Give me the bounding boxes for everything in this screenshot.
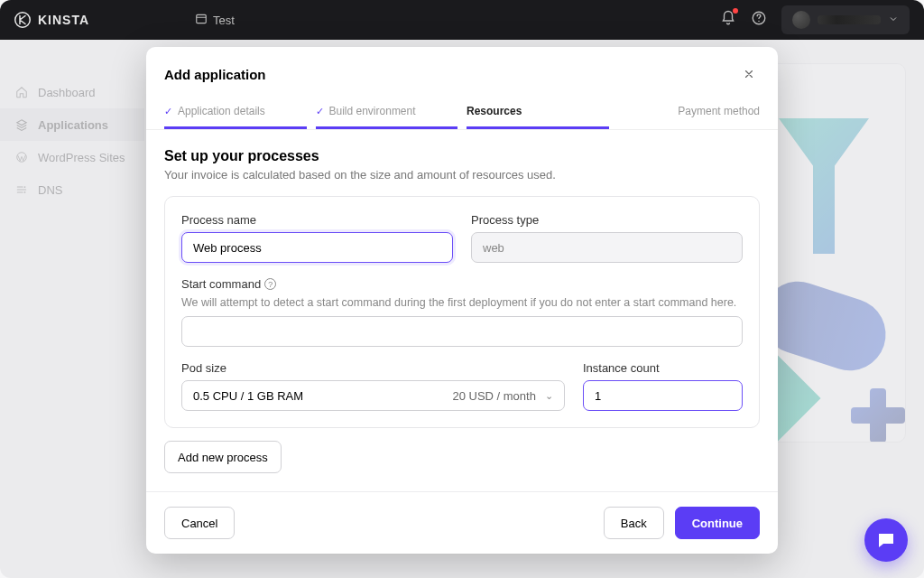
chevron-down-icon: ⌄ [545, 390, 553, 402]
project-name: Test [213, 14, 235, 27]
process-type-field: web [471, 232, 743, 263]
project-selector[interactable]: Test [195, 13, 720, 28]
chat-icon [875, 529, 897, 551]
step-build-environment[interactable]: ✓ Build environment [316, 105, 458, 129]
step-label: Application details [178, 105, 265, 117]
notification-dot-icon [733, 8, 738, 14]
svg-rect-1 [197, 14, 207, 23]
process-type-label: Process type [471, 213, 743, 227]
check-icon: ✓ [316, 106, 324, 117]
start-command-input[interactable] [181, 316, 743, 347]
close-button[interactable] [738, 63, 760, 85]
help-button[interactable] [751, 10, 767, 30]
svg-point-0 [15, 13, 31, 28]
process-name-label: Process name [181, 213, 453, 227]
step-label: Resources [467, 105, 522, 117]
continue-button[interactable]: Continue [675, 507, 760, 539]
process-card: Process name Process type web Start comm… [164, 196, 760, 428]
instance-count-input[interactable] [583, 380, 743, 411]
pod-size-select[interactable]: 0.5 CPU / 1 GB RAM 20 USD / month ⌄ [181, 380, 565, 411]
step-label: Build environment [329, 105, 416, 117]
brand-text: KINSTA [38, 13, 89, 27]
instance-count-label: Instance count [583, 361, 743, 375]
chevron-down-icon [888, 12, 899, 28]
brand[interactable]: KINSTA [14, 12, 195, 28]
process-name-input[interactable] [181, 232, 453, 263]
cancel-button[interactable]: Cancel [164, 507, 235, 539]
project-icon [195, 13, 208, 28]
step-payment-method[interactable]: Payment method [618, 105, 761, 129]
brand-logo-icon [14, 12, 31, 28]
step-application-details[interactable]: ✓ Application details [164, 105, 307, 129]
process-type-value: web [483, 241, 504, 255]
pod-size-label: Pod size [181, 361, 565, 375]
step-label: Payment method [678, 105, 760, 117]
stepper: ✓ Application details ✓ Build environmen… [146, 94, 778, 130]
start-command-label: Start command ? [181, 277, 743, 291]
start-command-note: We will attempt to detect a start comman… [181, 296, 743, 309]
add-application-modal: Add application ✓ Application details ✓ … [146, 47, 778, 554]
back-button[interactable]: Back [604, 507, 664, 539]
section-subtitle: Your invoice is calculated based on the … [164, 168, 760, 182]
avatar [792, 11, 810, 29]
user-name-redacted [818, 15, 881, 24]
notifications-button[interactable] [720, 10, 736, 30]
add-process-button[interactable]: Add new process [164, 441, 282, 473]
check-icon: ✓ [164, 106, 172, 117]
topbar: KINSTA Test [0, 0, 924, 40]
modal-title: Add application [164, 67, 266, 82]
svg-point-3 [758, 21, 760, 23]
info-icon[interactable]: ? [264, 278, 276, 290]
pod-size-price: 20 USD / month [452, 389, 536, 403]
pod-size-value: 0.5 CPU / 1 GB RAM [193, 389, 303, 403]
chat-fab[interactable] [864, 518, 908, 562]
section-title: Set up your processes [164, 148, 760, 164]
user-menu[interactable] [781, 5, 910, 34]
step-resources[interactable]: Resources [467, 105, 609, 129]
